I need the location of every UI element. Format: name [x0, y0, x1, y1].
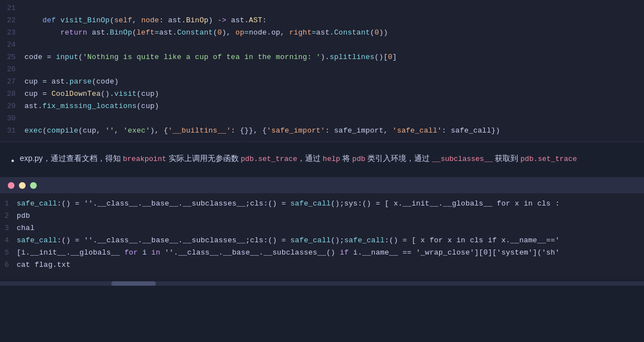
code-line: 30: [0, 113, 644, 125]
terminal-line: 4safe_call:() = ''.__class__.__base__.__…: [0, 234, 644, 247]
line-content: [24, 2, 637, 14]
minimize-dot: [19, 182, 26, 189]
line-number: 24: [0, 39, 24, 51]
terminal-line: 2pdb: [0, 210, 644, 222]
line-content: [24, 39, 637, 51]
line-number: 21: [0, 2, 24, 14]
scrollbar-thumb[interactable]: [111, 281, 156, 286]
term-line-number: 3: [0, 222, 17, 234]
terminal-line: 1safe_call:() = ''.__class__.__base__.__…: [0, 198, 644, 210]
term-line-number: 6: [0, 259, 17, 271]
code-line: 31exec(compile(cup, '', 'exec'), {'__bui…: [0, 125, 644, 137]
line-number: 30: [0, 113, 24, 125]
line-number: 26: [0, 63, 24, 76]
line-number: 25: [0, 51, 24, 63]
line-content: def visit_BinOp(self, node: ast.BinOp) -…: [24, 14, 637, 27]
close-dot: [8, 182, 14, 189]
terminal-body: 1safe_call:() = ''.__class__.__base__.__…: [0, 193, 644, 273]
term-line-content: pdb: [17, 210, 637, 222]
code-section: 21 22 def visit_BinOp(self, node: ast.Bi…: [0, 0, 644, 142]
term-line-content: safe_call:() = ''.__class__.__base__.__s…: [17, 198, 637, 210]
line-number: 22: [0, 14, 24, 27]
maximize-dot: [30, 182, 37, 189]
code-line: 28cup = CoolDownTea().visit(cup): [0, 88, 644, 100]
term-line-number: 5: [0, 247, 17, 259]
code-line: 26: [0, 63, 644, 76]
line-content: exec(compile(cup, '', 'exec'), {'__built…: [24, 125, 637, 137]
line-content: return ast.BinOp(left=ast.Constant(0), o…: [24, 27, 637, 39]
term-line-content: safe_call:() = ''.__class__.__base__.__s…: [17, 234, 637, 247]
line-number: 31: [0, 125, 24, 137]
code-line: 27cup = ast.parse(code): [0, 76, 644, 88]
page-container: 21 22 def visit_BinOp(self, node: ast.Bi…: [0, 0, 644, 342]
term-line-content: chal: [17, 222, 637, 234]
line-content: cup = ast.parse(code): [24, 76, 637, 88]
terminal-line: 3chal: [0, 222, 644, 234]
bullet-item: • exp.py，通过查看文档，得知 breakpoint 实际上调用无参函数 …: [11, 152, 633, 168]
code-line: 25code = input('Nothing is quite like a …: [0, 51, 644, 63]
line-number: 23: [0, 27, 24, 39]
bullet-dot: •: [11, 153, 14, 168]
line-content: code = input('Nothing is quite like a cu…: [24, 51, 637, 63]
scrollbar[interactable]: [0, 281, 644, 286]
line-content: cup = CoolDownTea().visit(cup): [24, 88, 637, 100]
terminal-line: 5[i.__init__.__globals__ for i in ''.__c…: [0, 247, 644, 259]
term-line-number: 2: [0, 210, 17, 222]
line-number: 28: [0, 88, 24, 100]
code-line: 24: [0, 39, 644, 51]
line-content: [24, 63, 637, 76]
line-number: 29: [0, 100, 24, 113]
code-line: 22 def visit_BinOp(self, node: ast.BinOp…: [0, 14, 644, 27]
terminal-section: 1safe_call:() = ''.__class__.__base__.__…: [0, 178, 644, 279]
code-line: 29ast.fix_missing_locations(cup): [0, 100, 644, 113]
line-content: ast.fix_missing_locations(cup): [24, 100, 637, 113]
term-line-content: [i.__init__.__globals__ for i in ''.__cl…: [17, 247, 637, 259]
term-line-number: 1: [0, 198, 17, 210]
code-line: 23 return ast.BinOp(left=ast.Constant(0)…: [0, 27, 644, 39]
term-line-number: 4: [0, 234, 17, 247]
terminal-titlebar: [0, 178, 644, 193]
term-line-content: cat flag.txt: [17, 259, 637, 271]
line-content: [24, 113, 637, 125]
text-section: • exp.py，通过查看文档，得知 breakpoint 实际上调用无参函数 …: [0, 142, 644, 178]
bullet-text: exp.py，通过查看文档，得知 breakpoint 实际上调用无参函数 pd…: [20, 152, 633, 165]
line-number: 27: [0, 76, 24, 88]
code-line: 21: [0, 2, 644, 14]
terminal-line: 6cat flag.txt: [0, 259, 644, 271]
